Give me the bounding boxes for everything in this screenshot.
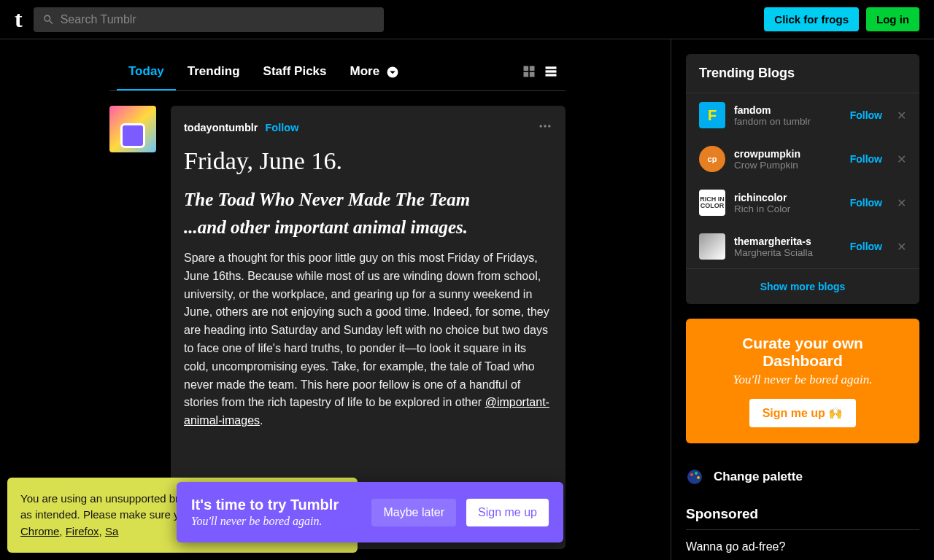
curate-subtitle: You'll never be bored again.	[702, 373, 903, 387]
search-input[interactable]	[61, 13, 375, 26]
blog-dismiss-button[interactable]: ✕	[897, 196, 906, 210]
svg-point-9	[544, 125, 546, 127]
post-more-button[interactable]	[538, 119, 552, 136]
palette-icon	[686, 468, 703, 486]
svg-rect-6	[546, 70, 557, 72]
svg-point-14	[697, 476, 700, 479]
more-horizontal-icon	[538, 119, 552, 133]
svg-point-12	[690, 473, 693, 476]
sponsored-text[interactable]: Wanna go ad-free?	[686, 540, 919, 553]
show-more-blogs[interactable]: Show more blogs	[686, 268, 919, 304]
tab-trending[interactable]: Trending	[176, 54, 252, 90]
safari-link[interactable]: Sa	[105, 525, 118, 537]
tumblr-logo[interactable]: t	[15, 6, 23, 33]
blog-dismiss-button[interactable]: ✕	[897, 152, 906, 166]
login-button[interactable]: Log in	[866, 7, 919, 31]
blog-follow-button[interactable]: Follow	[850, 197, 882, 209]
blog-avatar[interactable]: F	[699, 102, 725, 128]
blog-dismiss-button[interactable]: ✕	[897, 109, 906, 122]
post-subtitle-1: The Toad Who Never Made The Team	[184, 190, 552, 210]
svg-point-11	[687, 470, 702, 484]
signup-cta-banner: It's time to try Tumblr You'll never be …	[177, 482, 563, 542]
post-title: Friday, June 16.	[184, 147, 552, 175]
post-body: Spare a thought for this poor little guy…	[184, 249, 552, 430]
chrome-link[interactable]: Chrome	[20, 525, 59, 537]
blog-name[interactable]: richincolor	[734, 192, 841, 203]
blog-follow-button[interactable]: Follow	[850, 109, 882, 121]
blog-avatar[interactable]: RICH INCOLOR	[699, 190, 725, 216]
svg-rect-1	[524, 66, 529, 71]
trending-blogs-panel: Trending Blogs F fandom fandom on tumblr…	[686, 54, 919, 304]
cta-title: It's time to try Tumblr	[191, 497, 361, 513]
cta-signup-button[interactable]: Sign me up	[466, 499, 549, 526]
tab-more[interactable]: More	[339, 54, 411, 90]
blog-dismiss-button[interactable]: ✕	[897, 240, 906, 254]
grid-view-toggle[interactable]	[522, 64, 536, 81]
blog-desc: Crow Pumpkin	[734, 160, 841, 171]
svg-rect-7	[546, 74, 557, 76]
tab-today[interactable]: Today	[117, 54, 176, 90]
svg-rect-4	[530, 71, 535, 77]
tab-more-label: More	[350, 64, 380, 78]
post-author-avatar[interactable]	[109, 106, 156, 152]
cta-maybe-later-button[interactable]: Maybe later	[371, 499, 456, 526]
svg-rect-3	[524, 71, 529, 77]
post-subtitle-2: ...and other important animal images.	[184, 217, 552, 238]
search-box[interactable]	[34, 7, 384, 32]
blog-name[interactable]: fandom	[734, 104, 841, 116]
svg-rect-2	[530, 66, 535, 71]
change-palette-row[interactable]: Change palette	[686, 458, 919, 496]
curate-title: Curate your own Dashboard	[702, 335, 903, 370]
blog-follow-button[interactable]: Follow	[850, 153, 882, 165]
blog-follow-button[interactable]: Follow	[850, 241, 882, 252]
blog-avatar[interactable]: cp	[699, 146, 725, 172]
svg-point-10	[548, 125, 550, 127]
blog-item: cp crowpumpkin Crow Pumpkin Follow ✕	[686, 137, 919, 181]
header-bar: t Click for frogs Log in	[0, 0, 934, 39]
tab-staff-picks[interactable]: Staff Picks	[252, 54, 339, 90]
curate-signup-button[interactable]: Sign me up 🙌	[749, 399, 857, 427]
blog-item: F fandom fandom on tumblr Follow ✕	[686, 93, 919, 137]
blog-item: RICH INCOLOR richincolor Rich in Color F…	[686, 181, 919, 225]
list-view-toggle[interactable]	[544, 64, 558, 81]
post-author-name[interactable]: todayontumblr	[184, 122, 258, 133]
blog-name[interactable]: themargherita-s	[734, 236, 841, 247]
trending-blogs-header: Trending Blogs	[686, 54, 919, 93]
blog-desc: Margherita Scialla	[734, 247, 841, 258]
firefox-link[interactable]: Firefox	[66, 525, 99, 537]
blog-desc: Rich in Color	[734, 203, 841, 214]
change-palette-label: Change palette	[714, 470, 803, 484]
svg-point-13	[695, 472, 698, 475]
post-follow-link[interactable]: Follow	[266, 122, 299, 133]
blog-name[interactable]: crowpumpkin	[734, 148, 841, 160]
chevron-down-icon	[386, 66, 399, 79]
blog-desc: fandom on tumblr	[734, 116, 841, 127]
svg-rect-5	[546, 66, 557, 69]
blog-item: themargherita-s Margherita Scialla Follo…	[686, 225, 919, 268]
feed-tabs: Today Trending Staff Picks More	[109, 54, 566, 91]
svg-point-8	[540, 125, 542, 127]
cta-subtitle: You'll never be bored again.	[191, 515, 361, 528]
search-icon	[42, 13, 55, 26]
blog-avatar[interactable]	[699, 233, 725, 260]
frogs-button[interactable]: Click for frogs	[764, 7, 859, 31]
sponsored-heading: Sponsored	[686, 496, 919, 530]
curate-dashboard-card: Curate your own Dashboard You'll never b…	[686, 319, 919, 443]
